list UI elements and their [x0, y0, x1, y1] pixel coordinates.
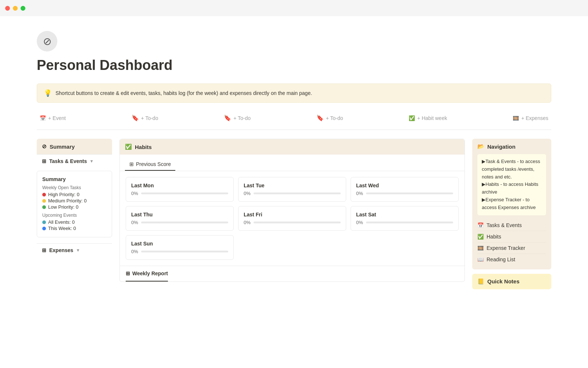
- bookmark-icon-3: 🔖: [316, 114, 324, 121]
- maximize-button[interactable]: [21, 6, 25, 11]
- nav-habits-link[interactable]: ✅ Habits: [477, 231, 546, 243]
- tab-grid-icon: ⊞: [129, 161, 134, 167]
- progress-row-6: 0%: [131, 249, 228, 254]
- low-priority-item: Low Priority: 0: [42, 204, 107, 210]
- red-dot: [42, 193, 46, 197]
- progress-row-3: 0%: [131, 220, 228, 225]
- expenses-chevron-icon: ▾: [77, 248, 79, 253]
- day-label-3: Last Thu: [131, 212, 228, 217]
- progress-bg-5: [366, 222, 453, 223]
- medium-priority-item: Medium Priority: 0: [42, 198, 107, 204]
- habits-check-icon: ✅: [125, 144, 132, 150]
- pct-5: 0%: [356, 220, 363, 225]
- habits-grid: Last Mon 0% Last Tue 0%: [120, 171, 465, 266]
- logo-area: ⊘: [37, 31, 551, 52]
- minimize-button[interactable]: [13, 6, 18, 11]
- summary-section-header: ⊘ Summary: [37, 139, 112, 154]
- expenses-icon: 🎞️: [513, 115, 519, 121]
- shortcut-row: 📅 + Event 🔖 + To-do 🔖 + To-do 🔖 + To-do …: [37, 113, 551, 130]
- day-card-2: Last Wed 0%: [351, 177, 459, 202]
- pct-6: 0%: [131, 249, 138, 254]
- summary-icon: ⊘: [42, 143, 47, 150]
- progress-bg-0: [141, 192, 228, 194]
- day-card-1: Last Tue 0%: [238, 177, 346, 202]
- add-event-button[interactable]: 📅 + Event: [37, 113, 69, 123]
- middle-column: ✅ Habits ⊞ Previous Score Last Mon: [119, 139, 465, 282]
- titlebar: [0, 0, 588, 16]
- progress-row-2: 0%: [356, 191, 453, 196]
- expenses-header[interactable]: ⊞ Expenses ▾: [37, 243, 112, 257]
- summary-card-title: Summary: [42, 176, 107, 182]
- bookmark-icon-2: 🔖: [224, 114, 231, 121]
- pct-3: 0%: [131, 220, 138, 225]
- quick-notes-section: 📒 Quick Notes: [472, 274, 551, 289]
- progress-row-4: 0%: [244, 220, 341, 225]
- add-todo-button-2[interactable]: 🔖 + To-do: [221, 113, 254, 123]
- events-label: Upcoming Events: [42, 213, 107, 218]
- bookmark-icon-1: 🔖: [132, 114, 139, 121]
- nav-info-line-2: ▶Habits - to access Habits archive: [482, 181, 542, 196]
- quick-notes-header: 📒 Quick Notes: [477, 278, 546, 285]
- expenses-grid-icon: ⊞: [42, 247, 46, 253]
- add-habit-week-button[interactable]: ✅ + Habit week: [406, 113, 450, 123]
- day-card-4: Last Fri 0%: [238, 206, 346, 231]
- habits-section: ✅ Habits ⊞ Previous Score Last Mon: [119, 139, 465, 282]
- nav-info-box: ▶Task & Events - to access completed tas…: [477, 154, 546, 215]
- day-card-6: Last Sun 0%: [126, 235, 234, 260]
- pct-0: 0%: [131, 191, 138, 196]
- right-column: 📂 Navigation ▶Task & Events - to access …: [472, 139, 551, 289]
- nav-info-line-1: ▶Task & Events - to access completed tas…: [482, 158, 542, 181]
- add-todo-button-1[interactable]: 🔖 + To-do: [129, 113, 161, 123]
- banner-text: Shortcut buttons to create & edit events…: [55, 90, 312, 96]
- close-button[interactable]: [5, 6, 10, 11]
- progress-row-0: 0%: [131, 191, 228, 196]
- weekly-report-tab-inner: ⊞ Weekly Report: [126, 266, 168, 282]
- progress-bg-6: [141, 251, 228, 252]
- nav-reading-list-link[interactable]: 📖 Reading List: [477, 254, 546, 265]
- day-label-0: Last Mon: [131, 183, 228, 188]
- left-column: ⊘ Summary ⊞ Tasks & Events ▾ Summary Wee…: [37, 139, 112, 257]
- habits-header: ✅ Habits: [120, 139, 465, 155]
- nav-expense-tracker-link[interactable]: 🎞️ Expense Tracker: [477, 243, 546, 254]
- nav-check-icon: ✅: [477, 234, 484, 240]
- all-events-item: All Events: 0: [42, 219, 107, 225]
- add-expenses-button[interactable]: 🎞️ + Expenses: [510, 113, 551, 123]
- pct-2: 0%: [356, 191, 363, 196]
- progress-bg-2: [366, 192, 453, 194]
- nav-tasks-events-link[interactable]: 📅 Tasks & Events: [477, 220, 546, 231]
- progress-bg-1: [254, 192, 341, 194]
- day-label-5: Last Sat: [356, 212, 453, 217]
- info-banner: 💡 Shortcut buttons to create & edit even…: [37, 84, 551, 103]
- nav-calendar-icon: 📅: [477, 222, 484, 228]
- quick-notes-icon: 📒: [477, 278, 484, 285]
- progress-row-5: 0%: [356, 220, 453, 225]
- weekly-report-tab[interactable]: ⊞ Weekly Report: [120, 266, 465, 282]
- weekly-grid-icon: ⊞: [126, 270, 130, 276]
- summary-card: Summary Weekly Open Tasks High Priority:…: [37, 171, 112, 237]
- habits-tabs: ⊞ Previous Score: [120, 155, 465, 171]
- day-label-2: Last Wed: [356, 183, 453, 188]
- day-card-3: Last Thu 0%: [126, 206, 234, 231]
- tasks-chevron-icon: ▾: [90, 159, 93, 164]
- pct-1: 0%: [244, 191, 251, 196]
- progress-bg-4: [254, 222, 341, 223]
- prev-score-tab[interactable]: ⊞ Previous Score: [125, 158, 175, 171]
- bulb-icon: 💡: [44, 89, 52, 97]
- day-card-5: Last Sat 0%: [351, 206, 459, 231]
- day-label-4: Last Fri: [244, 212, 341, 217]
- day-label-6: Last Sun: [131, 241, 228, 247]
- yellow-dot: [42, 199, 46, 203]
- nav-icon: 📂: [477, 143, 484, 150]
- high-priority-item: High Priority: 0: [42, 192, 107, 197]
- this-week-item: This Week: 0: [42, 226, 107, 231]
- green-dot: [42, 205, 46, 209]
- blue-dot: [42, 227, 46, 230]
- page-title: Personal Dashboard: [37, 57, 551, 73]
- nav-section: 📂 Navigation ▶Task & Events - to access …: [472, 139, 551, 269]
- day-label-1: Last Tue: [244, 183, 341, 188]
- add-todo-button-3[interactable]: 🔖 + To-do: [313, 113, 346, 123]
- main-columns: ⊘ Summary ⊞ Tasks & Events ▾ Summary Wee…: [37, 139, 551, 289]
- calendar-icon: 📅: [40, 115, 46, 121]
- tasks-events-header[interactable]: ⊞ Tasks & Events ▾: [37, 154, 112, 168]
- day-card-0: Last Mon 0%: [126, 177, 234, 202]
